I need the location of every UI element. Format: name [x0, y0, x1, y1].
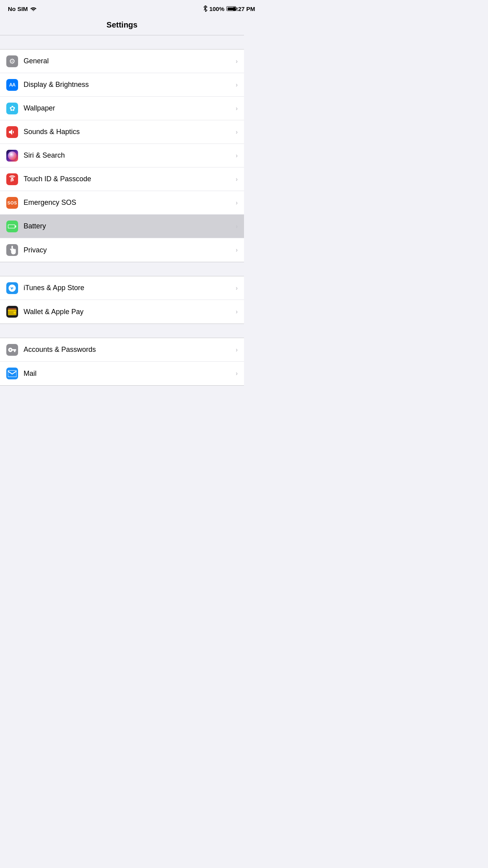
- appstore-icon-container: [6, 282, 18, 294]
- touchid-chevron: ›: [236, 176, 238, 183]
- wallet-label: Wallet & Apple Pay: [24, 308, 236, 316]
- section-list-1: iTunes & App Store›Wallet & Apple Pay›: [0, 276, 244, 324]
- siri-icon: [8, 151, 17, 160]
- battery-icon-container: [6, 221, 18, 232]
- settings-row-sos[interactable]: SOSEmergency SOS›: [0, 191, 244, 215]
- svg-rect-3: [8, 225, 15, 228]
- sos-chevron: ›: [236, 199, 238, 206]
- siri-label: Siri & Search: [24, 151, 236, 160]
- settings-row-sounds[interactable]: Sounds & Haptics›: [0, 120, 244, 144]
- wallet-chevron: ›: [236, 308, 238, 315]
- mail-icon: [8, 370, 17, 377]
- fingerprint-icon: [8, 175, 17, 184]
- display-chevron: ›: [236, 81, 238, 88]
- sounds-icon-container: [6, 126, 18, 138]
- battery-status-icon: [226, 6, 236, 11]
- general-icon-container: ⚙: [6, 55, 18, 67]
- display-icon-container: AA: [6, 79, 18, 91]
- settings-row-battery[interactable]: Battery›: [0, 215, 244, 238]
- status-bar: No SIM 5:27 PM 100%: [0, 0, 244, 17]
- speaker-icon: [8, 128, 17, 136]
- wallpaper-chevron: ›: [236, 105, 238, 112]
- flower-icon: ✿: [9, 104, 15, 113]
- settings-row-siri[interactable]: Siri & Search›: [0, 144, 244, 167]
- status-left: No SIM: [8, 6, 37, 12]
- settings-container: ⚙General›AADisplay & Brightness›✿Wallpap…: [0, 35, 244, 386]
- hand-icon: [8, 246, 16, 254]
- section-separator-2: [0, 324, 244, 338]
- section-list-0: ⚙General›AADisplay & Brightness›✿Wallpap…: [0, 49, 244, 262]
- mail-icon-container: [6, 368, 18, 379]
- privacy-icon-container: [6, 244, 18, 256]
- svg-rect-2: [15, 225, 17, 227]
- page-title: Settings: [0, 20, 244, 29]
- sos-icon-container: SOS: [6, 197, 18, 209]
- settings-row-general[interactable]: ⚙General›: [0, 50, 244, 73]
- privacy-label: Privacy: [24, 246, 236, 254]
- battery-icon: [8, 224, 17, 229]
- privacy-chevron: ›: [236, 246, 238, 254]
- wallet-icon: [8, 308, 17, 315]
- section-separator-0: [0, 35, 244, 49]
- touchid-icon-container: [6, 173, 18, 185]
- accounts-icon-container: [6, 344, 18, 356]
- display-label: Display & Brightness: [24, 81, 236, 89]
- appstore-icon: [8, 284, 17, 292]
- accounts-label: Accounts & Passwords: [24, 346, 236, 354]
- section-list-2: Accounts & Passwords›Mail›: [0, 338, 244, 386]
- gear-icon: ⚙: [9, 57, 15, 66]
- page-title-bar: Settings: [0, 17, 244, 35]
- settings-row-touchid[interactable]: Touch ID & Passcode›: [0, 167, 244, 191]
- sounds-chevron: ›: [236, 129, 238, 136]
- settings-row-display[interactable]: AADisplay & Brightness›: [0, 73, 244, 97]
- settings-row-accounts[interactable]: Accounts & Passwords›: [0, 338, 244, 362]
- appstore-label: iTunes & App Store: [24, 284, 236, 292]
- mail-chevron: ›: [236, 370, 238, 377]
- aa-icon: AA: [9, 82, 15, 88]
- settings-row-privacy[interactable]: Privacy›: [0, 238, 244, 262]
- general-chevron: ›: [236, 58, 238, 65]
- battery-label: Battery: [24, 222, 236, 230]
- bluetooth-icon: [204, 6, 207, 12]
- battery-percent: 100%: [209, 6, 224, 12]
- settings-row-wallet[interactable]: Wallet & Apple Pay›: [0, 300, 244, 324]
- svg-rect-5: [8, 310, 17, 311]
- svg-rect-7: [14, 312, 16, 314]
- settings-row-mail[interactable]: Mail›: [0, 362, 244, 385]
- wallpaper-icon-container: ✿: [6, 103, 18, 114]
- general-label: General: [24, 57, 236, 65]
- sounds-label: Sounds & Haptics: [24, 128, 236, 136]
- touchid-label: Touch ID & Passcode: [24, 175, 236, 183]
- sos-label: Emergency SOS: [24, 199, 236, 207]
- siri-chevron: ›: [236, 152, 238, 159]
- key-icon: [8, 346, 17, 354]
- svg-rect-6: [8, 308, 17, 310]
- appstore-chevron: ›: [236, 285, 238, 292]
- status-right: 100%: [204, 6, 236, 12]
- sos-icon: SOS: [7, 200, 17, 205]
- battery-chevron: ›: [236, 223, 238, 230]
- accounts-chevron: ›: [236, 346, 238, 353]
- siri-icon-container: [6, 150, 18, 162]
- settings-row-wallpaper[interactable]: ✿Wallpaper›: [0, 97, 244, 120]
- wallpaper-label: Wallpaper: [24, 104, 236, 112]
- mail-label: Mail: [24, 370, 236, 378]
- carrier-label: No SIM: [8, 6, 28, 12]
- svg-point-0: [33, 10, 34, 11]
- section-separator-1: [0, 262, 244, 276]
- wifi-icon: [30, 6, 37, 11]
- wallet-icon-container: [6, 306, 18, 318]
- settings-row-appstore[interactable]: iTunes & App Store›: [0, 276, 244, 300]
